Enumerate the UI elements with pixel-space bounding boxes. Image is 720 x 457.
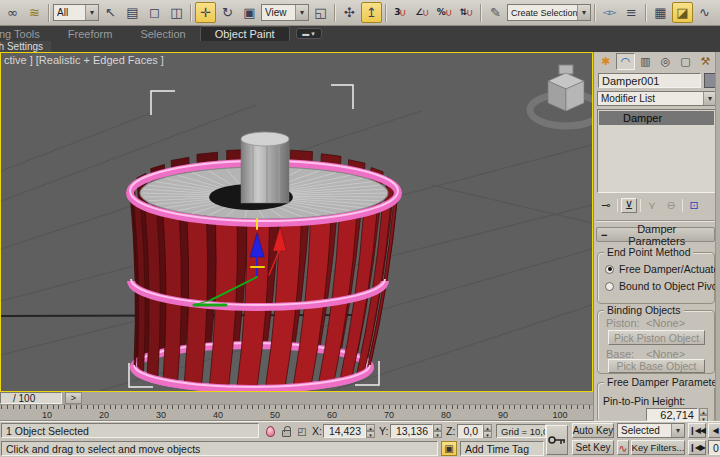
ribbon-minimize-button[interactable]: ▬ ▾ [296,28,322,39]
create-tab-icon[interactable]: ✱ [596,53,615,70]
window-crossing-icon[interactable]: ◫ [166,2,187,23]
ruler-tick [252,405,253,409]
ruler-tick [281,405,282,409]
tab-brush-settings[interactable]: ush Settings [0,41,51,52]
angle-snap-icon[interactable]: ∠∩ [412,2,433,23]
ruler-tick [446,405,447,409]
remove-modifier-icon[interactable]: ⊖ [663,198,679,213]
ruler-tick [343,405,344,409]
modify-tab-icon[interactable]: ◠ [616,53,635,70]
use-pivot-center-icon[interactable]: ◱ [310,2,331,23]
curve-editor-icon[interactable]: ∿ [694,2,715,23]
key-filters-button[interactable]: Key Filters... [631,440,685,455]
key-mode-dropdown[interactable]: Selected ▾ [617,423,685,438]
tab-freeform[interactable]: Freeform [54,26,127,41]
x-coordinate-field[interactable]: 14,423 [323,424,366,438]
ruler-tick [304,405,305,409]
key-mode-toggle-button[interactable]: ❙◀▶ [688,440,706,455]
modifier-stack-item[interactable]: Damper [599,111,714,125]
z-spinner[interactable]: ▴▾ [483,424,492,438]
isolate-selection-icon[interactable] [263,424,277,438]
rect-selection-region-icon[interactable]: ◻ [144,2,165,23]
schematic-view-icon[interactable]: ⊞ [716,2,720,23]
ruler-tick [532,405,533,409]
utilities-tab-icon[interactable]: ⚒ [696,53,715,70]
binding-objects-group: Binding Objects Piston: <None> Pick Pist… [597,310,715,374]
ruler-tick [315,405,316,409]
tab-modeling-tools[interactable]: eling Tools [0,26,54,41]
ruler-tick [361,405,362,409]
bind-to-space-warp-icon[interactable]: ≋ [24,2,45,23]
pick-base-button[interactable]: Pick Base Object [608,359,705,373]
tab-selection[interactable]: Selection [126,26,199,41]
show-end-result-icon[interactable]: ⊻ [621,198,637,213]
pin-height-spinner[interactable]: ▴▾ [699,408,708,421]
viewport-canvas[interactable] [1,53,592,391]
perspective-viewport[interactable]: ctive ] [Realistic + Edged Faces ] [0,52,593,392]
key-tangent-icon[interactable]: ∿ [617,440,629,455]
damper-parameters-rollout[interactable]: − Damper Parameters [596,227,715,242]
y-coordinate-field[interactable]: 13,136 [390,424,433,438]
graphite-ribbon-toggle-icon[interactable]: ◪ [672,2,693,23]
ruler-tick [241,405,242,409]
select-and-scale-icon[interactable]: ▣ [239,2,260,23]
display-tab-icon[interactable]: ▢ [676,53,695,70]
selection-lock-icon[interactable] [279,424,293,438]
current-frame-field[interactable]: 0 [708,440,720,455]
configure-modifier-sets-icon[interactable]: ⊡ [686,198,702,213]
modifier-stack[interactable]: Damper [597,109,716,193]
ruler-tick [549,405,550,409]
z-coordinate-field[interactable]: 0,0 [457,424,483,438]
toggle-set-key-button[interactable] [546,425,568,455]
time-slider-handle[interactable]: / 100 [0,392,62,404]
go-to-start-button[interactable]: ❙◀◀ [688,423,706,438]
edit-named-sets-icon[interactable]: ✎ [485,2,506,23]
hierarchy-tab-icon[interactable]: ▥ [636,53,655,70]
time-slider-track[interactable]: / 100 > [0,392,593,405]
select-object-icon[interactable]: ↖ [100,2,121,23]
select-by-name-icon[interactable]: ▤ [122,2,143,23]
previous-frame-button[interactable]: ◀ [708,423,720,438]
ruler-tick [64,405,65,409]
radio-dot[interactable] [605,282,614,291]
x-spinner[interactable]: ▴▾ [366,424,375,438]
select-and-move-icon[interactable]: ✛ [195,2,216,23]
ruler-tick [475,405,476,409]
object-name-field[interactable]: Damper001 [598,73,701,88]
panel-scrollbar[interactable] [715,52,720,421]
tab-object-paint[interactable]: Object Paint [200,26,290,41]
pin-height-field[interactable]: 62,714 [646,408,698,421]
radio-bound-pivots[interactable]: Bound to Object Pivots [605,280,714,292]
modifier-list-dropdown[interactable]: Modifier List ▾ [597,91,717,106]
select-and-rotate-icon[interactable]: ↻ [217,2,238,23]
ruler-tick [452,405,453,409]
radio-dot[interactable] [605,265,614,274]
percent-snap-icon[interactable]: %∩ [434,2,455,23]
make-unique-icon[interactable]: ⋎ [644,198,660,213]
add-time-tag-field[interactable]: Add Time Tag [460,441,544,456]
set-key-button[interactable]: Set Key [572,440,614,455]
pin-stack-icon[interactable]: ⊸ [598,198,614,213]
select-and-link-icon[interactable]: ∞ [2,2,23,23]
selection-filter-dropdown[interactable]: All ▾ [53,4,99,21]
absolute-mode-icon[interactable]: ◰ [295,424,309,438]
auto-key-button[interactable]: Auto Key [572,423,614,438]
track-bar-ruler[interactable]: 102030405060708090100 [0,405,593,421]
snaps-toggle-icon[interactable]: 3∩ [390,2,411,23]
keyboard-override-icon[interactable]: ↥ [361,2,382,23]
next-frame-button[interactable]: > [65,392,82,404]
motion-tab-icon[interactable]: ◎ [656,53,675,70]
spinner-snap-icon[interactable]: ⇅∩ [456,2,477,23]
y-spinner[interactable]: ▴▾ [433,424,442,438]
adaptive-degradation-icon[interactable]: ▣ [441,441,457,456]
radio-free-damper[interactable]: Free Damper/Actuator [605,263,714,275]
layer-manager-icon[interactable]: ▦ [650,2,671,23]
ruler-tick [543,405,544,409]
pick-piston-button[interactable]: Pick Piston Object [608,330,705,345]
mirror-icon[interactable]: ◅▻ [599,2,620,23]
viewcube[interactable] [530,65,592,126]
viewport-label[interactable]: ctive ] [Realistic + Edged Faces ] [4,54,164,66]
named-selection-sets-dropdown[interactable]: Create Selection Se ▾ [507,4,591,21]
align-icon[interactable]: ≡ [621,2,642,23]
select-and-manipulate-icon[interactable]: ✣ [339,2,360,23]
